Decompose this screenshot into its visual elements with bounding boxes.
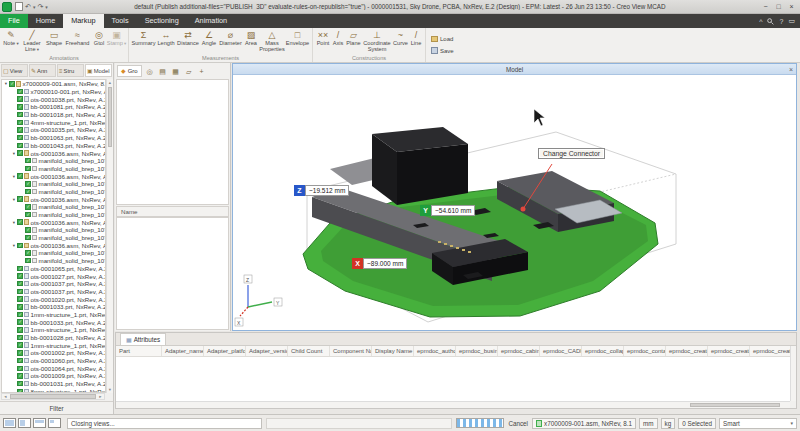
mass-units[interactable]: kg <box>661 418 676 429</box>
selection-mode-dropdown[interactable]: Smart ▾ <box>719 418 797 429</box>
visibility-checkbox[interactable] <box>17 358 23 364</box>
visibility-checkbox[interactable] <box>17 350 23 356</box>
visibility-checkbox[interactable] <box>17 243 23 249</box>
layout-split-horizontal-icon[interactable] <box>33 418 46 428</box>
ribbon-button[interactable]: □Envelope <box>285 29 310 47</box>
length-units[interactable]: mm <box>639 418 658 429</box>
visibility-checkbox[interactable] <box>25 258 31 264</box>
ribbon-tab[interactable]: Home <box>28 14 63 28</box>
tree-item[interactable]: bb-0001043.prt, NxRev, A.2 <box>2 142 105 150</box>
y-dimension[interactable]: Y ~54.610 mm <box>420 205 475 216</box>
search-icon[interactable] <box>767 18 774 25</box>
maximize-button[interactable]: □ <box>772 1 785 13</box>
tree-item[interactable]: ots-0001065.prt, NxRev, A.2 <box>2 265 105 273</box>
column-header[interactable]: epmdoc_authori <box>414 346 456 356</box>
load-button[interactable]: Load <box>430 35 455 43</box>
visibility-checkbox[interactable] <box>17 219 23 225</box>
column-header[interactable]: Adapter_platform <box>204 346 246 356</box>
visibility-checkbox[interactable] <box>17 196 23 202</box>
ribbon-tab[interactable]: Tools <box>104 14 137 28</box>
tree-item[interactable]: manifold_solid_brep_107141 <box>2 157 105 165</box>
tree-item[interactable]: ots-0001002.prt, NxRev, A.2 <box>2 349 105 357</box>
column-header[interactable]: Part <box>116 346 162 356</box>
panel-tab[interactable]: ▢View <box>1 64 28 77</box>
tree-item[interactable]: bb-0001031.prt, NxRev, A.2 <box>2 380 105 388</box>
visibility-checkbox[interactable] <box>17 273 23 279</box>
ribbon-button[interactable]: ↔Length <box>156 29 176 47</box>
tree-item[interactable]: ots-0001037.prt, NxRev, A.2 <box>2 280 105 288</box>
visibility-checkbox[interactable] <box>17 281 23 287</box>
column-header[interactable]: epmdoc_creator <box>708 346 750 356</box>
visibility-checkbox[interactable] <box>25 227 31 233</box>
tree-item[interactable]: ots-0001036.asm, NxRev, A.2 <box>2 218 105 226</box>
visibility-checkbox[interactable] <box>25 250 31 256</box>
visibility-checkbox[interactable] <box>17 342 23 348</box>
scrollbar-thumb[interactable] <box>10 394 96 399</box>
visibility-checkbox[interactable] <box>17 289 23 295</box>
tree-item[interactable]: manifold_solid_brep_107291 <box>2 165 105 173</box>
ribbon-tab[interactable]: Sectioning <box>137 14 187 28</box>
new-annotation-set-icon[interactable] <box>15 2 23 11</box>
column-header[interactable]: Component Na <box>330 346 372 356</box>
scroll-up-icon[interactable]: ▴ <box>107 79 113 86</box>
search-icon[interactable]: ◎ <box>144 65 156 77</box>
column-header[interactable]: epmdoc_collaps <box>582 346 624 356</box>
column-header[interactable]: epmdoc_contain <box>624 346 666 356</box>
folder-icon[interactable]: ▱ <box>183 65 195 77</box>
ribbon-button[interactable]: ▨Area <box>243 29 259 47</box>
scroll-right-icon[interactable]: ▸ <box>97 394 104 399</box>
visibility-checkbox[interactable] <box>17 319 23 325</box>
ribbon-button[interactable]: ××Point <box>315 29 331 47</box>
add-icon[interactable]: + <box>196 65 208 77</box>
close-button[interactable]: × <box>785 1 798 13</box>
tree-horizontal-scrollbar[interactable]: ◂ ▸ <box>1 393 105 400</box>
column-header[interactable]: Display Name <box>372 346 414 356</box>
ribbon-tab[interactable]: File <box>0 14 28 28</box>
visibility-checkbox[interactable] <box>17 335 23 341</box>
tree-item[interactable]: manifold_solid_brep_107291 <box>2 257 105 265</box>
tree-item[interactable]: ots-0001036.asm, NxRev, A.2 <box>2 149 105 157</box>
tree-item[interactable]: manifold_solid_brep_107141 <box>2 226 105 234</box>
attributes-vertical-scrollbar[interactable] <box>790 346 796 401</box>
panel-tab[interactable]: ≡Stru <box>57 64 84 77</box>
scroll-left-icon[interactable]: ◂ <box>2 394 9 399</box>
visibility-checkbox[interactable] <box>25 158 31 164</box>
tree-item[interactable]: manifold_solid_brep_107291 <box>2 234 105 242</box>
tree-item[interactable]: ots-0001036.asm, NxRev, A.2 <box>2 172 105 180</box>
tree-item[interactable]: x7000010-001.prt, NxRev, A.2 <box>2 88 105 96</box>
name-column-header[interactable]: Name <box>116 206 229 217</box>
page-icon[interactable]: ▤ <box>157 65 169 77</box>
attributes-body[interactable] <box>116 357 790 401</box>
redo-icon[interactable]: ↷ <box>37 2 43 12</box>
ribbon-button[interactable]: /Axis <box>331 29 345 47</box>
tree-item[interactable]: ots-0001037.prt, NxRev, A.2 <box>2 288 105 296</box>
ribbon-button[interactable]: △Mass Properties <box>259 29 285 53</box>
ribbon-button[interactable]: ╱Leader Line <box>20 29 44 53</box>
ribbon-button[interactable]: ~Curve <box>392 29 409 47</box>
visibility-checkbox[interactable] <box>25 166 31 172</box>
visibility-checkbox[interactable] <box>25 189 31 195</box>
visibility-checkbox[interactable] <box>17 143 23 149</box>
ribbon-button[interactable]: ∠Angle <box>200 29 218 47</box>
ribbon-button[interactable]: ▱Plane <box>345 29 362 47</box>
visibility-checkbox[interactable] <box>17 304 23 310</box>
attributes-tab[interactable]: ▦ Attributes <box>120 333 166 345</box>
column-header[interactable]: Child Count <box>288 346 330 356</box>
tree-item[interactable]: manifold_solid_brep_107291 <box>2 211 105 219</box>
visibility-checkbox[interactable] <box>17 366 23 372</box>
visibility-checkbox[interactable] <box>17 173 23 179</box>
panel-tab[interactable]: ✎Ann <box>29 64 56 77</box>
tree-item[interactable]: manifold_solid_brep_107141 <box>2 249 105 257</box>
tree-item[interactable]: ots-0001036.asm, NxRev, A.2 <box>2 195 105 203</box>
layout-single-icon[interactable] <box>3 418 16 428</box>
minimize-ribbon-icon[interactable]: ^ <box>759 18 762 25</box>
markup-point[interactable] <box>521 207 526 212</box>
3d-canvas[interactable]: Z Y X Z ~19.512 mm Y ~54.610 mm X ~89.00… <box>233 75 796 330</box>
tree-item[interactable]: ots-0001036.asm, NxRev, A.2 <box>2 241 105 249</box>
tree-item[interactable]: ots-0001038.prt, NxRev, A.2 <box>2 95 105 103</box>
visibility-checkbox[interactable] <box>17 150 23 156</box>
ribbon-button[interactable]: ◎Gtol <box>91 29 107 47</box>
visibility-checkbox[interactable] <box>17 381 23 387</box>
column-header[interactable]: Adapter_name <box>162 346 204 356</box>
visibility-checkbox[interactable] <box>25 204 31 210</box>
